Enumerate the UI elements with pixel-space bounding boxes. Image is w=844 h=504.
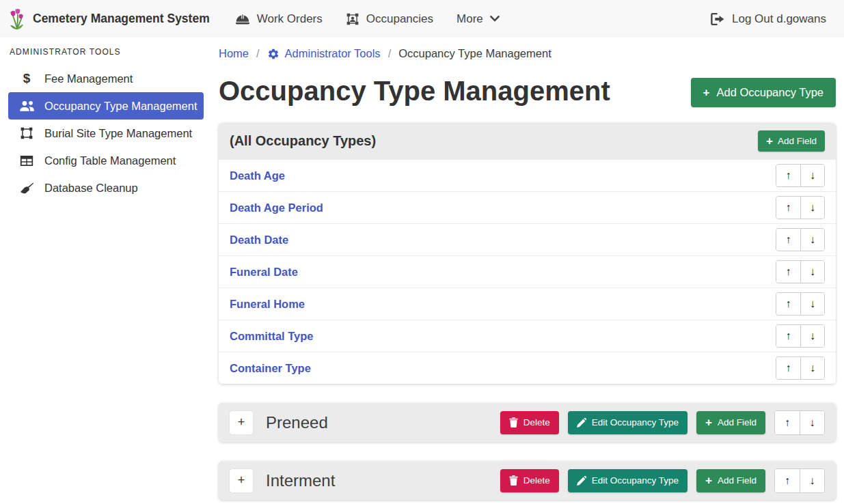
add-field-button[interactable]: + Add Field: [696, 411, 765, 434]
sidebar-item-label: Config Table Management: [44, 154, 176, 167]
pencil-icon: [577, 476, 586, 486]
breadcrumb-separator: /: [256, 47, 260, 60]
move-down-button[interactable]: ↓: [800, 293, 824, 315]
move-down-button[interactable]: ↓: [800, 165, 824, 186]
field-link[interactable]: Funeral Date: [230, 266, 298, 279]
reorder-group: ↑ ↓: [776, 196, 825, 219]
brand-title: Cemetery Management System: [33, 12, 210, 26]
sidebar-item-database-cleanup[interactable]: Database Cleanup: [8, 174, 204, 201]
field-row-death-date: Death Date ↑ ↓: [219, 223, 836, 255]
field-link[interactable]: Death Age: [230, 169, 285, 182]
edit-occupancy-type-button[interactable]: Edit Occupancy Type: [568, 469, 688, 492]
move-down-button[interactable]: ↓: [800, 229, 824, 251]
edit-occupancy-type-button[interactable]: Edit Occupancy Type: [568, 411, 688, 434]
add-field-label: Add Field: [778, 136, 817, 146]
breadcrumb-separator: /: [388, 47, 392, 60]
page-title: Occupancy Type Management: [219, 74, 610, 108]
sidebar-item-label: Database Cleanup: [44, 182, 138, 195]
add-occupancy-type-button[interactable]: + Add Occupancy Type: [691, 78, 836, 107]
add-field-button[interactable]: + Add Field: [696, 469, 765, 492]
sidebar-item-label: Fee Management: [44, 72, 133, 85]
sidebar-item-label: Burial Site Type Management: [44, 127, 192, 140]
reorder-group: ↑ ↓: [776, 292, 825, 316]
sidebar-item-occupancy-type-management[interactable]: Occupancy Type Management: [8, 92, 204, 120]
nav-item-label: Occupancies: [366, 12, 433, 26]
nav-item-work-orders[interactable]: Work Orders: [223, 12, 334, 26]
chevron-down-icon: [490, 16, 500, 22]
add-field-label: Add Field: [718, 417, 757, 428]
sidebar-heading: ADMINISTRATOR TOOLS: [0, 43, 212, 65]
logout-button[interactable]: Log Out d.gowans: [711, 12, 826, 26]
sidebar-item-config-table-management[interactable]: Config Table Management: [8, 147, 204, 174]
plus-icon: +: [705, 475, 712, 486]
nav-item-more[interactable]: More: [445, 12, 511, 26]
sidebar: ADMINISTRATOR TOOLS $ Fee Management Occ…: [0, 38, 212, 504]
users-icon: [18, 100, 35, 112]
field-row-committal-type: Committal Type ↑ ↓: [219, 320, 836, 352]
plus-icon: +: [766, 135, 773, 147]
table-icon: [18, 155, 35, 167]
reorder-group: ↑ ↓: [776, 260, 825, 283]
nav-item-occupancies[interactable]: Occupancies: [334, 12, 445, 26]
gear-icon: [267, 48, 280, 60]
nav-item-label: Work Orders: [257, 12, 323, 26]
breadcrumb: Home / Administrator Tools / Occupancy T…: [219, 47, 836, 60]
vector-square-icon: [18, 126, 35, 140]
top-navbar: Cemetery Management System Work Orders: [0, 0, 844, 38]
move-up-button[interactable]: ↑: [776, 229, 800, 251]
broom-icon: [18, 182, 35, 194]
move-down-button[interactable]: ↓: [800, 261, 824, 283]
field-link[interactable]: Funeral Home: [230, 298, 305, 311]
logout-label: Log Out d.gowans: [732, 12, 826, 26]
field-row-funeral-home: Funeral Home ↑ ↓: [219, 288, 836, 320]
delete-button[interactable]: Delete: [500, 411, 559, 434]
brand[interactable]: Cemetery Management System: [8, 7, 210, 31]
plus-icon: +: [705, 417, 712, 428]
move-up-button[interactable]: ↑: [775, 469, 800, 492]
breadcrumb-admin-tools-label: Administrator Tools: [285, 47, 381, 60]
move-up-button[interactable]: ↑: [775, 411, 800, 434]
plus-icon: +: [703, 87, 710, 98]
hard-hat-icon: [235, 12, 250, 25]
move-down-button[interactable]: ↓: [800, 197, 824, 219]
delete-label: Edit Occupancy Type: [592, 475, 679, 486]
page-header: Occupancy Type Management + Add Occupanc…: [219, 74, 836, 108]
field-link[interactable]: Container Type: [230, 362, 311, 375]
move-down-button[interactable]: ↓: [800, 325, 824, 347]
move-down-button[interactable]: ↓: [800, 411, 824, 434]
move-up-button[interactable]: ↑: [776, 325, 800, 347]
move-up-button[interactable]: ↑: [776, 165, 800, 186]
add-field-button[interactable]: + Add Field: [758, 130, 825, 152]
move-up-button[interactable]: ↑: [776, 261, 800, 283]
field-link[interactable]: Committal Type: [230, 330, 314, 343]
move-down-button[interactable]: ↓: [800, 469, 824, 492]
sidebar-item-fee-management[interactable]: $ Fee Management: [8, 65, 204, 92]
reorder-group: ↑ ↓: [774, 468, 825, 493]
field-link[interactable]: Death Age Period: [230, 201, 323, 214]
move-up-button[interactable]: ↑: [776, 293, 800, 315]
section-actions: Delete Edit Occupancy Type + Add Field ↑: [500, 410, 825, 435]
card-title: (All Occupancy Types): [230, 133, 376, 149]
field-link[interactable]: Death Date: [230, 234, 288, 247]
field-row-death-age-period: Death Age Period ↑ ↓: [219, 191, 836, 223]
reorder-group: ↑ ↓: [776, 228, 825, 251]
delete-button[interactable]: Delete: [500, 469, 559, 492]
occupancy-type-section-preneed: + Preneed Delete: [219, 403, 836, 442]
sidebar-item-burial-site-type-management[interactable]: Burial Site Type Management: [8, 120, 204, 147]
breadcrumb-home-link[interactable]: Home: [219, 47, 249, 60]
nav-item-label: More: [457, 12, 483, 26]
edit-occupancy-type-label: Edit Occupancy Type: [592, 417, 679, 428]
add-occupancy-type-label: Add Occupancy Type: [716, 86, 823, 99]
reorder-group: ↑ ↓: [776, 324, 825, 348]
section-actions: Delete Edit Occupancy Type + Add Field ↑: [500, 468, 825, 493]
section-title: Preneed: [266, 413, 328, 432]
move-down-button[interactable]: ↓: [800, 357, 824, 379]
trash-icon: [509, 417, 518, 428]
expand-button[interactable]: +: [230, 469, 253, 492]
move-up-button[interactable]: ↑: [776, 197, 800, 219]
breadcrumb-admin-tools-link[interactable]: Administrator Tools: [267, 47, 381, 60]
field-row-container-type: Container Type ↑ ↓: [219, 352, 836, 384]
expand-button[interactable]: +: [230, 411, 253, 434]
delete-label: Delete: [523, 475, 550, 486]
move-up-button[interactable]: ↑: [776, 357, 800, 379]
